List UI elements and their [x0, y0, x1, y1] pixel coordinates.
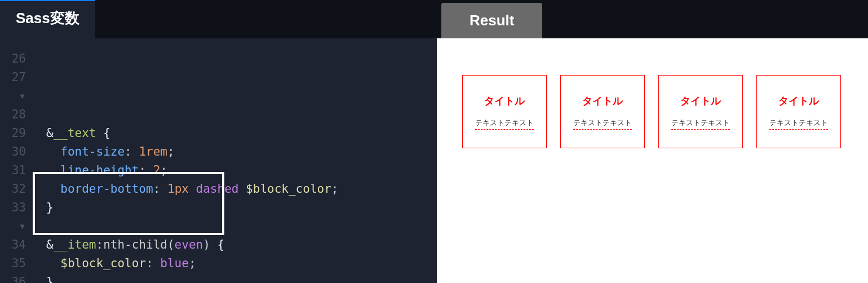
- tabbar-right: Result: [437, 0, 868, 38]
- line-gutter: 2627 ▾282930313233 ▾343536: [0, 50, 33, 283]
- code-editor[interactable]: 2627 ▾282930313233 ▾343536 &__text { fon…: [0, 38, 437, 283]
- result-panel: Result タイトルテキストテキストタイトルテキストテキストタイトルテキストテ…: [437, 0, 868, 283]
- line-number: 34: [0, 236, 26, 254]
- line-number: 35: [0, 254, 26, 273]
- code-content[interactable]: &__text { font-size: 1rem; line-height: …: [33, 50, 437, 283]
- code-line[interactable]: }: [33, 198, 437, 217]
- code-line[interactable]: font-size: 1rem;: [33, 143, 437, 161]
- code-line[interactable]: &__text {: [33, 124, 437, 143]
- code-line[interactable]: [33, 105, 437, 124]
- card-title: タイトル: [680, 94, 721, 108]
- preview-card: タイトルテキストテキスト: [658, 75, 743, 148]
- line-number: 29: [0, 124, 26, 143]
- card-title: タイトル: [582, 94, 623, 108]
- preview-card: タイトルテキストテキスト: [462, 75, 547, 148]
- result-preview: タイトルテキストテキストタイトルテキストテキストタイトルテキストテキストタイトル…: [437, 38, 868, 283]
- code-line[interactable]: line-height: 2;: [33, 161, 437, 180]
- code-line[interactable]: }: [33, 273, 437, 283]
- line-number: 26: [0, 50, 26, 68]
- card-text: テキストテキスト: [573, 118, 632, 130]
- code-line[interactable]: &__item:nth-child(even) {: [33, 236, 437, 254]
- card-title: タイトル: [484, 94, 525, 108]
- code-line[interactable]: $block_color: blue;: [33, 254, 437, 273]
- preview-card: タイトルテキストテキスト: [756, 75, 841, 148]
- tabbar-left: Sass変数: [0, 0, 437, 38]
- code-panel: Sass変数 2627 ▾282930313233 ▾343536 &__tex…: [0, 0, 437, 283]
- line-number: 30: [0, 143, 26, 161]
- line-number: 27 ▾: [0, 68, 26, 105]
- line-number: 32: [0, 180, 26, 198]
- line-number: 33 ▾: [0, 198, 26, 236]
- tab-sass[interactable]: Sass変数: [0, 0, 95, 38]
- line-number: 36: [0, 273, 26, 283]
- code-line[interactable]: [33, 217, 437, 236]
- line-number: 28: [0, 105, 26, 124]
- card-text: テキストテキスト: [475, 118, 534, 130]
- line-number: 31: [0, 161, 26, 180]
- tab-result[interactable]: Result: [441, 3, 542, 38]
- preview-card: タイトルテキストテキスト: [560, 75, 645, 148]
- code-line[interactable]: border-bottom: 1px dashed $block_color;: [33, 180, 437, 198]
- card-text: テキストテキスト: [769, 118, 828, 130]
- card-title: タイトル: [778, 94, 819, 108]
- card-text: テキストテキスト: [671, 118, 730, 130]
